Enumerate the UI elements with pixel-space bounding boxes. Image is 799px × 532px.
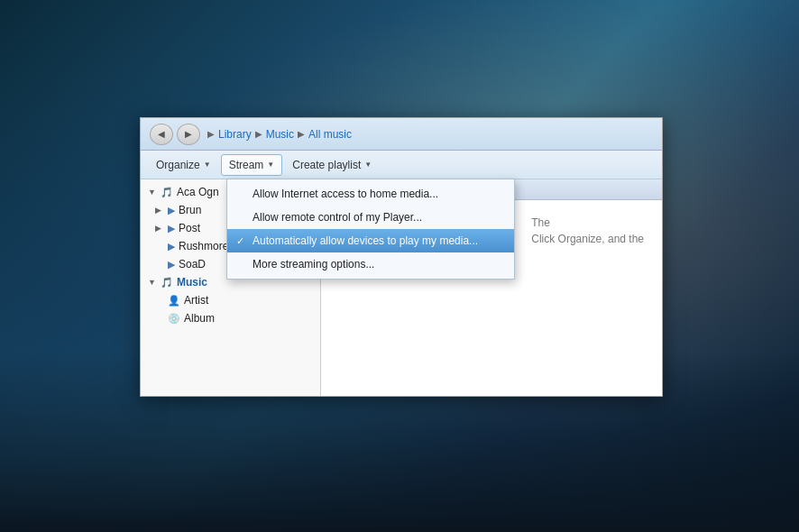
tree-item-artist[interactable]: 👤 Artist (141, 291, 320, 309)
create-playlist-arrow: ▼ (364, 161, 372, 169)
expand-icon-music: ▼ (148, 278, 157, 287)
breadcrumb-music[interactable]: Music (266, 128, 294, 141)
breadcrumb: ▶ Library ▶ Music ▶ All music (207, 128, 352, 141)
breadcrumb-all-music[interactable]: All music (308, 128, 352, 141)
music-icon-post: ▶ (168, 223, 175, 234)
nav-buttons: ◀ ▶ (150, 124, 200, 145)
back-button[interactable]: ◀ (150, 124, 173, 145)
menu-item-auto-allow-label: Automatically allow devices to play my m… (253, 234, 478, 247)
menu-item-allow-internet-label: Allow Internet access to home media... (253, 188, 438, 200)
breadcrumb-sep-2: ▶ (255, 129, 262, 139)
menu-item-allow-internet[interactable]: Allow Internet access to home media... (227, 182, 514, 206)
organize-label: Organize (156, 159, 200, 171)
expand-icon-aca-ogn: ▼ (148, 188, 157, 197)
stream-arrow: ▼ (267, 161, 274, 169)
menu-item-allow-remote-label: Allow remote control of my Player... (253, 211, 422, 224)
info-text: TheClick Organize, and the (531, 215, 644, 247)
tree-label-artist: Artist (184, 294, 313, 307)
stream-label: Stream (229, 159, 264, 171)
expand-icon-brun: ▶ (155, 206, 164, 215)
music-icon-brun: ▶ (168, 205, 175, 216)
breadcrumb-library[interactable]: Library (218, 128, 252, 141)
forward-button[interactable]: ▶ (177, 124, 200, 145)
organize-arrow: ▼ (204, 161, 211, 169)
tree-label-album: Album (184, 312, 313, 325)
organize-button[interactable]: Organize ▼ (148, 154, 219, 176)
music-icon-rushmore: ▶ (168, 241, 175, 252)
artist-icon: 👤 (168, 295, 180, 307)
stream-dropdown-menu: Allow Internet access to home media... A… (226, 179, 515, 280)
menu-item-more-options-label: More streaming options... (253, 258, 374, 271)
music-icon-aca-ogn: 🎵 (161, 187, 173, 198)
create-playlist-button[interactable]: Create playlist ▼ (284, 154, 380, 176)
album-icon: 💿 (168, 313, 180, 325)
menu-item-auto-allow[interactable]: ✓ Automatically allow devices to play my… (227, 229, 514, 252)
menu-item-allow-remote[interactable]: Allow remote control of my Player... (227, 206, 514, 229)
media-player-window: ◀ ▶ ▶ Library ▶ Music ▶ All music Organi… (140, 117, 663, 397)
music-icon-soad: ▶ (168, 259, 175, 271)
toolbar: Organize ▼ Stream ▼ Create playlist ▼ Al… (141, 151, 662, 179)
check-icon: ✓ (236, 235, 244, 247)
menu-item-more-options[interactable]: More streaming options... (227, 252, 514, 276)
address-bar: ◀ ▶ ▶ Library ▶ Music ▶ All music (141, 118, 662, 151)
create-playlist-label: Create playlist (292, 159, 361, 171)
music-folder-icon: 🎵 (161, 277, 173, 289)
breadcrumb-sep-3: ▶ (298, 129, 305, 139)
breadcrumb-sep-1: ▶ (207, 129, 215, 139)
tree-item-album[interactable]: 💿 Album (141, 309, 320, 327)
stream-button[interactable]: Stream ▼ (221, 154, 283, 176)
expand-icon-post: ▶ (155, 224, 164, 233)
